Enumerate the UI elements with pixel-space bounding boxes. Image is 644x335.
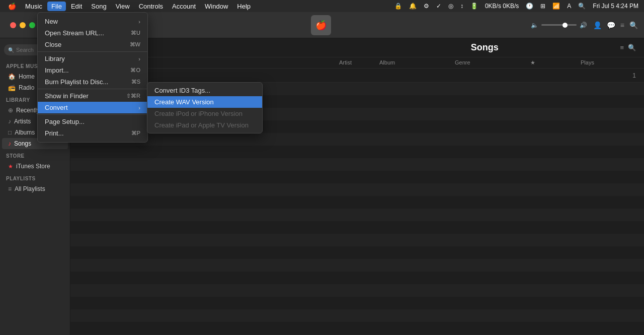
menubar-help[interactable]: Help bbox=[233, 2, 255, 11]
maximize-window-button[interactable] bbox=[29, 22, 35, 28]
menu-item-open-stream[interactable]: Open Stream URL... ⌘U bbox=[38, 27, 147, 39]
all-playlists-icon: ≡ bbox=[8, 185, 12, 192]
close-label: Close bbox=[45, 41, 61, 48]
menu-item-page-setup[interactable]: Page Setup... bbox=[38, 116, 147, 127]
menubar-right: 🔒 🔔 ⚙ ✓ ◎ ↕ 🔋 0KB/s 0KB/s 🕐 ⊞ 📶 A 🔍 Fri … bbox=[393, 3, 640, 10]
menu-item-close[interactable]: Close ⌘W bbox=[38, 39, 147, 50]
header-right: ≡ 🔍 bbox=[620, 44, 636, 51]
volume-slider[interactable] bbox=[541, 24, 577, 26]
menubar-icon3: ⚙ bbox=[422, 3, 431, 10]
menubar: 🍎 Music File Edit Song View Controls Acc… bbox=[0, 0, 644, 12]
search-toolbar-icon[interactable]: 🔍 bbox=[629, 21, 638, 29]
show-finder-shortcut: ⇧⌘R bbox=[126, 93, 140, 99]
open-stream-label: Open Stream URL... bbox=[45, 29, 104, 37]
menubar-icon11: A bbox=[566, 3, 573, 10]
sidebar-item-itunes-label: iTunes Store bbox=[16, 163, 50, 170]
menubar-song[interactable]: Song bbox=[87, 2, 110, 11]
sidebar-section-playlists: Playlists bbox=[0, 172, 70, 183]
col-album: Album bbox=[379, 59, 455, 66]
menu-item-show-in-finder[interactable]: Show in Finder ⇧⌘R bbox=[38, 90, 147, 102]
user-icon[interactable]: 👤 bbox=[593, 21, 602, 29]
menubar-time-icon: 🕐 bbox=[524, 3, 535, 10]
menubar-icon4: ✓ bbox=[435, 3, 443, 10]
sidebar-item-radio-label: Radio bbox=[19, 84, 34, 91]
create-wav-label: Create WAV Version bbox=[154, 98, 214, 106]
itunes-store-icon: ★ bbox=[8, 163, 13, 170]
recently-added-icon: ⊕ bbox=[8, 107, 13, 114]
menu-section-1: New › Open Stream URL... ⌘U Close ⌘W bbox=[38, 15, 147, 51]
radio-icon: 📻 bbox=[8, 84, 16, 91]
menubar-edit[interactable]: Edit bbox=[67, 2, 86, 11]
convert-arrow-icon: › bbox=[138, 105, 140, 111]
new-arrow-icon: › bbox=[138, 19, 140, 25]
menu-item-new-label: New bbox=[45, 18, 58, 25]
plays-count: 1 bbox=[632, 72, 636, 79]
sidebar-item-albums-label: Albums bbox=[15, 129, 35, 136]
list-options-icon[interactable]: ≡ bbox=[620, 21, 624, 29]
menubar-file[interactable]: File bbox=[47, 2, 66, 11]
menubar-view[interactable]: View bbox=[112, 2, 134, 11]
menubar-search-icon[interactable]: 🔍 bbox=[577, 3, 587, 10]
menubar-icon9: ⊞ bbox=[539, 3, 547, 10]
traffic-lights bbox=[6, 22, 39, 28]
menubar-icon7: 🔋 bbox=[469, 3, 479, 10]
convert-id3-label: Convert ID3 Tags... bbox=[154, 87, 210, 94]
artists-icon: ♪ bbox=[8, 118, 11, 125]
sidebar-item-all-playlists-label: All Playlists bbox=[15, 185, 45, 192]
menu-item-library[interactable]: Library › bbox=[38, 53, 147, 64]
volume-high-icon: 🔊 bbox=[580, 22, 587, 29]
create-ipad-label: Create iPad or Apple TV Version bbox=[154, 121, 249, 129]
volume-low-icon: 🔈 bbox=[531, 22, 538, 29]
menubar-controls[interactable]: Controls bbox=[135, 2, 167, 11]
table-header: Time Artist Album Genre ★ Plays bbox=[70, 57, 644, 69]
menu-section-4: Page Setup... Print... ⌘P bbox=[38, 114, 147, 140]
menu-item-print[interactable]: Print... ⌘P bbox=[38, 127, 147, 139]
menubar-account[interactable]: Account bbox=[168, 2, 200, 11]
sidebar-item-songs-label: Songs bbox=[14, 140, 31, 147]
search-box-icon: 🔍 bbox=[8, 47, 14, 53]
menu-item-import[interactable]: Import... ⌘O bbox=[38, 64, 147, 76]
sidebar-item-all-playlists[interactable]: ≡ All Playlists bbox=[2, 183, 68, 194]
apple-logo-icon[interactable]: 🍎 bbox=[4, 3, 20, 10]
menu-item-convert[interactable]: Convert › bbox=[38, 102, 147, 113]
time-row: ••• 5:05 1 bbox=[70, 69, 644, 83]
menu-item-new[interactable]: New › bbox=[38, 16, 147, 27]
submenu-item-create-ipad: Create iPad or Apple TV Version bbox=[147, 119, 262, 131]
menu-section-2: Library › Import... ⌘O Burn Playlist to … bbox=[38, 51, 147, 89]
menubar-app-name[interactable]: Music bbox=[21, 2, 46, 11]
sort-icon[interactable]: ≡ bbox=[620, 44, 624, 51]
close-window-button[interactable] bbox=[10, 22, 16, 28]
col-genre: Genre bbox=[455, 59, 530, 66]
burn-label: Burn Playlist to Disc... bbox=[45, 78, 108, 86]
col-artist: Artist bbox=[339, 59, 379, 66]
submenu-item-create-ipod: Create iPod or iPhone Version bbox=[147, 108, 262, 119]
sidebar-item-artists-label: Artists bbox=[14, 118, 31, 125]
submenu-item-convert-id3[interactable]: Convert ID3 Tags... bbox=[147, 85, 262, 96]
submenu-item-create-wav[interactable]: Create WAV Version bbox=[147, 96, 262, 108]
import-shortcut: ⌘O bbox=[130, 67, 140, 74]
menubar-window[interactable]: Window bbox=[201, 2, 232, 11]
col-star: ★ bbox=[530, 59, 581, 66]
open-stream-shortcut: ⌘U bbox=[131, 30, 140, 36]
albums-icon: □ bbox=[8, 129, 12, 136]
import-label: Import... bbox=[45, 66, 69, 74]
menubar-datetime: Fri Jul 5 4:24 PM bbox=[591, 3, 640, 10]
apple-center-logo: 🍎 bbox=[315, 20, 327, 31]
convert-label: Convert bbox=[45, 104, 68, 111]
menu-item-burn[interactable]: Burn Playlist to Disc... ⌘S bbox=[38, 76, 147, 88]
print-label: Print... bbox=[45, 129, 64, 137]
library-arrow-icon: › bbox=[138, 56, 140, 62]
close-shortcut: ⌘W bbox=[130, 41, 140, 48]
content-title: Songs bbox=[349, 42, 620, 53]
volume-control: 🔈 🔊 bbox=[531, 22, 587, 29]
songs-icon: ♪ bbox=[8, 140, 11, 147]
minimize-window-button[interactable] bbox=[20, 22, 26, 28]
sidebar-section-store: Store bbox=[0, 149, 70, 161]
file-menu-dropdown: New › Open Stream URL... ⌘U Close ⌘W Lib… bbox=[37, 12, 148, 143]
filter-icon[interactable]: 🔍 bbox=[628, 44, 636, 51]
show-finder-label: Show in Finder bbox=[45, 92, 89, 100]
sidebar-item-home-label: Home bbox=[19, 73, 35, 80]
sidebar-item-itunes-store[interactable]: ★ iTunes Store bbox=[2, 161, 68, 172]
page-setup-label: Page Setup... bbox=[45, 118, 85, 125]
lyrics-icon[interactable]: 💬 bbox=[607, 21, 615, 29]
